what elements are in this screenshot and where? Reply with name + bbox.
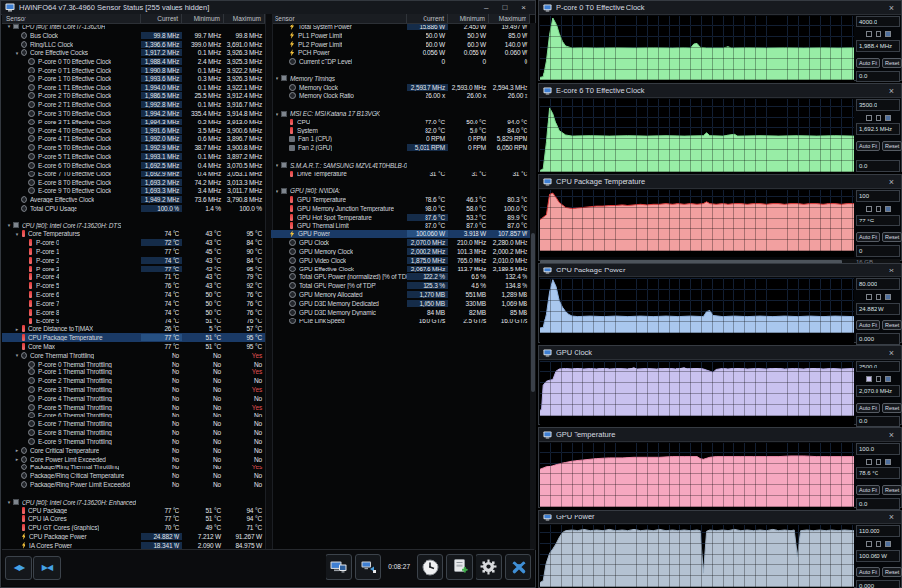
graph-checkbox[interactable] — [876, 376, 881, 382]
exit-button[interactable] — [505, 554, 531, 580]
sensor-row[interactable]: Average Effective Clock1,949.2 MHz73.6 M… — [2, 195, 265, 204]
sensor-row[interactable]: P-core 177 °C45 °C90 °C — [2, 247, 265, 256]
sensor-row[interactable]: Package/Ring Power Limit ExceededNoNoNo — [2, 480, 265, 489]
sensor-row[interactable]: GPU Power100.060 W3.918 W107.857 W — [271, 230, 530, 239]
reset-button[interactable]: Reset — [882, 232, 902, 242]
sensor-row[interactable]: Drive Temperature31 °C31 °C31 °C — [271, 170, 530, 178]
sensor-row[interactable]: Ring/LLC Clock1,396.6 MHz399.0 MHz3,691.… — [2, 40, 265, 49]
sensor-row[interactable]: E-core 8 T0 Effective Clock1,693.2 MHz74… — [2, 178, 265, 187]
sensor-row[interactable]: GPU D3D Memory Dynamic84 MB82 MB85 MB — [271, 308, 530, 317]
close-button[interactable]: × — [521, 2, 526, 13]
sensor-row[interactable]: P-core 377 °C42 °C95 °C — [2, 265, 265, 273]
sensor-row[interactable]: P-core 2 Thermal ThrottlingNoNoNo — [2, 376, 265, 385]
sensor-row[interactable]: P-core 2 T1 Effective Clock1,992.8 MHz0.… — [2, 100, 265, 109]
sensor-row[interactable]: GPU Effective Clock2,067.6 MHz113.7 MHz2… — [271, 265, 530, 273]
expand-chevron-icon[interactable]: ▾ — [5, 222, 13, 228]
sensor-row[interactable]: GPU Memory Junction Temperature98.0 °C58… — [271, 204, 530, 213]
sensor-row[interactable]: E-core 7 Thermal ThrottlingNoNoNo — [2, 419, 265, 428]
graph-titlebar[interactable]: GPU Temperature× — [539, 428, 901, 442]
graph-checkbox[interactable] — [866, 294, 872, 300]
auto-fit-button[interactable]: Auto Fit — [856, 232, 880, 242]
graph-close-button[interactable]: × — [889, 348, 894, 358]
auto-fit-button[interactable]: Auto Fit — [856, 485, 880, 495]
sensor-row[interactable]: Package/Ring Critical TemperatureNoNoNo — [2, 471, 265, 480]
sensor-row[interactable]: P-core 4 Thermal ThrottlingNoNoNo — [2, 394, 265, 403]
sensor-row[interactable]: GPU Memory Allocated1,270 MB551 MB1,289 … — [271, 290, 530, 299]
sensor-group-row[interactable]: ▾MSI EC: MSI Katana 17 B13VGK — [271, 109, 530, 118]
graph-checkbox[interactable] — [885, 376, 891, 382]
sensor-row[interactable]: E-core 774 °C50 °C76 °C — [2, 299, 265, 308]
expand-chevron-icon[interactable]: ▾ — [13, 231, 21, 237]
graph-checkbox[interactable] — [876, 115, 881, 121]
graph-checkbox[interactable] — [876, 541, 881, 547]
sensor-row[interactable]: P-core 072 °C43 °C84 °C — [2, 238, 265, 247]
sensor-row[interactable]: Total System Power15.886 W2.450 W19.497 … — [271, 23, 530, 31]
graph-checkbox[interactable] — [876, 294, 881, 300]
reset-button[interactable]: Reset — [882, 320, 902, 330]
auto-fit-button[interactable]: Auto Fit — [856, 141, 880, 151]
sensor-row[interactable]: GPU Memory Clock2,000.2 MHz101.3 MHz2,00… — [271, 247, 530, 256]
sensor-row[interactable]: P-core 3 Thermal ThrottlingNoNoYes — [2, 385, 265, 394]
auto-fit-button[interactable]: Auto Fit — [856, 320, 880, 330]
header-sensor[interactable]: Sensor — [271, 14, 407, 23]
sensor-row[interactable]: P-core 1 Thermal ThrottlingNoNoYes — [2, 368, 265, 377]
sensor-row[interactable]: CPU77.0 °C50.0 °C94.0 °C — [271, 118, 530, 126]
graph-checkbox[interactable] — [866, 459, 872, 465]
sensor-row[interactable]: ▾Core Effective Clocks1,917.2 MHz0.1 MHz… — [2, 48, 265, 57]
graph-checkbox[interactable] — [885, 31, 891, 37]
sensor-row[interactable]: P-core 274 °C43 °C84 °C — [2, 256, 265, 265]
graph-checkbox[interactable] — [866, 206, 872, 212]
sensor-row[interactable]: E-core 874 °C50 °C76 °C — [2, 308, 265, 317]
sensor-row[interactable]: P-core 1 T1 Effective Clock1,994.0 MHz0.… — [2, 83, 265, 92]
sensor-row[interactable]: P-core 3 T0 Effective Clock1,994.2 MHz33… — [2, 109, 265, 118]
sensor-row[interactable]: GPU Thermal Limit87.0 °C87.0 °C87.0 °C — [271, 221, 530, 230]
graph-titlebar[interactable]: P-core 0 T0 Effective Clock× — [539, 1, 901, 15]
reset-button[interactable]: Reset — [882, 485, 902, 495]
expand-chevron-icon[interactable]: ▾ — [13, 352, 21, 358]
expand-chevron-icon[interactable]: ▾ — [274, 162, 281, 168]
sensor-row[interactable]: P-core 5 Thermal ThrottlingNoNoYes — [2, 403, 265, 412]
sensor-group-row[interactable]: ▾CPU [#0]: Intel Core i7-13620H: DTS — [2, 221, 265, 230]
graph-checkbox[interactable] — [885, 459, 891, 465]
sensor-row[interactable]: CPU Package77 °C51 °C94 °C — [2, 507, 265, 515]
sensor-row[interactable]: P-core 1 T0 Effective Clock1,993.6 MHz0.… — [2, 74, 265, 83]
graph-checkbox[interactable] — [885, 541, 891, 547]
graph-checkbox[interactable] — [876, 206, 881, 212]
sensor-row[interactable]: P-core 5 T0 Effective Clock1,992.9 MHz38… — [2, 143, 265, 152]
reset-button[interactable]: Reset — [882, 403, 902, 413]
graph-checkbox[interactable] — [866, 115, 872, 121]
graph-checkbox[interactable] — [885, 206, 891, 212]
sensor-row[interactable]: GPU Clock2,070.0 MHz210.0 MHz2,280.0 MHz — [271, 238, 530, 247]
graph-close-button[interactable]: × — [889, 86, 894, 96]
sensor-group-row[interactable]: ▾S.M.A.R.T.: SAMSUNG MZVL41T0HBLB-00BTW … — [271, 161, 530, 170]
expand-chevron-icon[interactable]: ▾ — [5, 24, 13, 29]
sensor-row[interactable]: P-core 576 °C43 °C92 °C — [2, 281, 265, 290]
show-main-window-button[interactable] — [326, 554, 352, 580]
graph-close-button[interactable]: × — [889, 266, 894, 275]
expand-chevron-icon[interactable]: ▾ — [274, 111, 281, 117]
graph-checkbox[interactable] — [885, 115, 891, 121]
sensor-row[interactable]: Total GPU Power (normalized) [% of TDP]1… — [271, 273, 530, 282]
main-titlebar[interactable]: HWiNFO64 v7.36-4960 Sensor Status [255 v… — [1, 1, 535, 15]
sensor-row[interactable]: Package/Ring Thermal ThrottlingNoNoYes — [2, 463, 265, 471]
report-button[interactable] — [446, 554, 473, 580]
sensor-row[interactable]: System82.0 °C5.0 °C84.0 °C — [271, 126, 530, 135]
sensor-row[interactable]: P-core 0 T0 Effective Clock1,988.4 MHz2.… — [2, 57, 265, 66]
sensor-row[interactable]: PCIe Link Speed16.0 GT/s2.5 GT/s16.0 GT/… — [271, 317, 530, 325]
sensor-row[interactable]: ▾Core Temperatures74 °C43 °C95 °C — [2, 230, 265, 239]
graph-close-button[interactable]: × — [889, 430, 894, 440]
sensor-row[interactable]: ▸Core Distance to TjMAX26 °C5 °C57 °C — [2, 324, 265, 333]
sensor-row[interactable]: E-core 7 T0 Effective Clock1,692.9 MHz0.… — [2, 170, 265, 178]
reset-button[interactable]: Reset — [882, 567, 902, 577]
expand-chevron-icon[interactable]: ▸ — [13, 456, 21, 462]
sensor-row[interactable]: E-core 974 °C51 °C76 °C — [2, 317, 265, 325]
sensor-row[interactable]: P-core 3 T1 Effective Clock1,994.3 MHz0.… — [2, 118, 265, 126]
graph-titlebar[interactable]: GPU Power× — [539, 511, 901, 524]
sensor-row[interactable]: Current cTDP Level000 — [271, 57, 530, 66]
graph-checkbox[interactable] — [866, 376, 872, 382]
settings-button[interactable] — [476, 554, 502, 580]
graph-close-button[interactable]: × — [889, 513, 894, 522]
reset-button[interactable]: Reset — [882, 58, 902, 68]
sensor-row[interactable]: P-core 4 T1 Effective Clock1,992.0 MHz0.… — [2, 135, 265, 144]
clock-button[interactable] — [417, 554, 443, 580]
